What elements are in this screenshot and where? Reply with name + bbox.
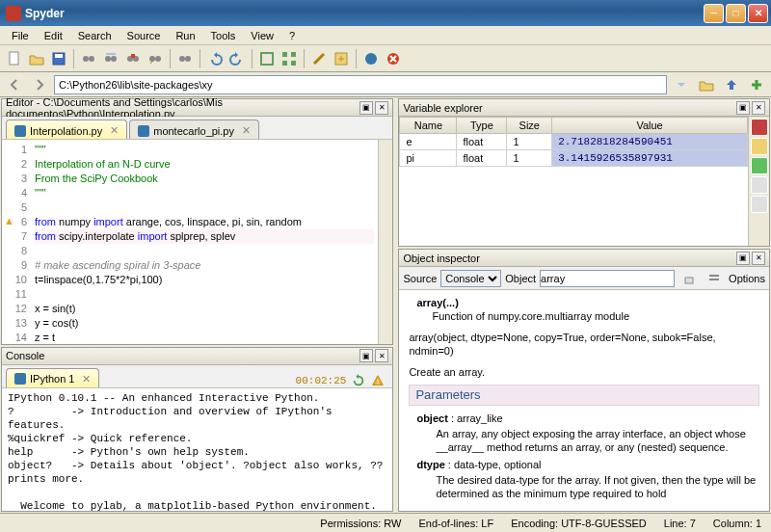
- undock-icon[interactable]: ▣: [359, 349, 373, 362]
- object-input[interactable]: [540, 270, 675, 287]
- editor-tab[interactable]: Interpolation.py✕: [6, 120, 127, 139]
- exit-icon[interactable]: [383, 48, 404, 69]
- source-select[interactable]: Console: [440, 270, 501, 287]
- path-manager-icon[interactable]: [331, 48, 352, 69]
- browse-icon[interactable]: [696, 74, 717, 95]
- menu-run[interactable]: Run: [168, 28, 202, 43]
- tab-label: Interpolation.py: [30, 125, 102, 137]
- menu-source[interactable]: Source: [120, 28, 169, 43]
- close-tab-icon[interactable]: ✕: [110, 124, 119, 137]
- lock-icon[interactable]: [678, 268, 700, 289]
- close-tab-icon[interactable]: ✕: [82, 373, 91, 386]
- inspector-signature: array(...): [416, 297, 458, 308]
- close-pane-icon[interactable]: ✕: [375, 349, 388, 362]
- close-pane-icon[interactable]: ✕: [752, 101, 765, 115]
- svg-rect-16: [282, 52, 287, 57]
- refresh-vars-icon[interactable]: [751, 119, 768, 136]
- undo-icon[interactable]: [204, 48, 226, 69]
- column-header[interactable]: Type: [457, 118, 507, 134]
- svg-point-12: [155, 56, 161, 62]
- svg-point-3: [83, 56, 89, 62]
- minimize-button[interactable]: ─: [704, 4, 724, 23]
- menu-view[interactable]: View: [243, 28, 281, 43]
- menu-tools[interactable]: Tools: [203, 28, 244, 43]
- redo-icon[interactable]: [226, 48, 248, 69]
- svg-rect-0: [10, 52, 18, 65]
- close-pane-icon[interactable]: ✕: [752, 252, 765, 265]
- main-toolbar: [0, 45, 771, 72]
- debug-icon[interactable]: [174, 48, 196, 69]
- close-pane-icon[interactable]: ✕: [375, 101, 388, 115]
- options-label[interactable]: Options: [729, 273, 765, 284]
- code-editor[interactable]: ▲ 1234567891011121314 """Interpolation o…: [2, 140, 392, 344]
- parameters-header: Parameters: [409, 385, 759, 406]
- console-tab[interactable]: IPython 1 ✕: [6, 368, 99, 387]
- open-file-icon[interactable]: [26, 48, 47, 69]
- source-label: Source: [403, 273, 437, 284]
- undock-icon[interactable]: ▣: [736, 101, 750, 115]
- add-path-icon[interactable]: [746, 74, 767, 95]
- save-file-icon[interactable]: [48, 48, 69, 69]
- warning-icon: ▲: [4, 215, 14, 226]
- save-data-icon[interactable]: [751, 157, 768, 174]
- options-icon[interactable]: [704, 268, 725, 289]
- svg-rect-2: [55, 54, 63, 58]
- menu-file[interactable]: File: [4, 28, 37, 43]
- app-icon: [6, 6, 21, 21]
- run-cell-icon[interactable]: [100, 48, 121, 69]
- svg-rect-24: [685, 278, 693, 283]
- python-icon[interactable]: [360, 48, 382, 69]
- warning-icon[interactable]: !: [371, 374, 385, 387]
- svg-rect-17: [291, 52, 296, 57]
- console-output[interactable]: IPython 0.10.1 -- An enhanced Interactiv…: [2, 388, 392, 511]
- menu-search[interactable]: Search: [70, 28, 120, 43]
- fullscreen-icon[interactable]: [279, 48, 300, 69]
- maximize-button[interactable]: □: [726, 4, 746, 23]
- save-as-icon[interactable]: [751, 176, 768, 194]
- svg-rect-10: [131, 54, 135, 58]
- editor-tab[interactable]: montecarlo_pi.py✕: [129, 120, 259, 139]
- column-header[interactable]: Name: [400, 118, 457, 134]
- undock-icon[interactable]: ▣: [359, 101, 373, 115]
- svg-point-14: [185, 56, 191, 62]
- undock-icon[interactable]: ▣: [736, 252, 750, 265]
- preferences-icon[interactable]: [308, 48, 330, 69]
- svg-rect-18: [282, 61, 287, 66]
- run-interrupt-icon[interactable]: [122, 48, 144, 69]
- run-icon[interactable]: [78, 48, 99, 69]
- up-icon[interactable]: [721, 74, 742, 95]
- python-icon: [138, 125, 149, 137]
- run-selection-icon[interactable]: [145, 48, 166, 69]
- path-dropdown-icon[interactable]: [671, 74, 692, 95]
- tab-label: montecarlo_pi.py: [153, 125, 234, 137]
- svg-point-11: [149, 56, 155, 62]
- import-data-icon[interactable]: [751, 138, 768, 155]
- variable-table[interactable]: NameTypeSizeValueefloat12.71828182845904…: [399, 117, 748, 246]
- inspector-module: Function of numpy.core.multiarray module: [432, 309, 759, 323]
- maximize-pane-icon[interactable]: [256, 48, 278, 69]
- editor-pane: Editor - C:\Documents and Settings\carlo…: [1, 98, 393, 345]
- object-inspector-pane: Object inspector ▣ ✕ Source Console Obje…: [398, 249, 770, 512]
- scrollbar[interactable]: [378, 140, 392, 344]
- console-pane: Console ▣ ✕ IPython 1 ✕ 00:02:25 ! IPyth…: [1, 347, 393, 512]
- editor-title: Editor - C:\Documents and Settings\carlo…: [6, 96, 358, 120]
- python-icon: [14, 373, 26, 385]
- variable-explorer-pane: Variable explorer ▣ ✕ NameTypeSizeValuee…: [398, 98, 770, 247]
- back-icon[interactable]: [4, 74, 25, 95]
- menu-?[interactable]: ?: [281, 28, 303, 43]
- close-tab-icon[interactable]: ✕: [242, 124, 251, 137]
- column-header[interactable]: Value: [552, 118, 748, 134]
- column-header[interactable]: Size: [507, 118, 552, 134]
- path-input[interactable]: [54, 75, 667, 94]
- new-file-icon[interactable]: [4, 48, 25, 69]
- refresh-icon[interactable]: [352, 374, 365, 387]
- close-button[interactable]: ✕: [748, 4, 768, 23]
- svg-rect-7: [106, 53, 116, 55]
- menu-edit[interactable]: Edit: [37, 28, 70, 43]
- svg-point-21: [365, 53, 377, 65]
- options-icon[interactable]: [751, 196, 768, 213]
- table-row[interactable]: pifloat13.1415926535897931: [400, 150, 748, 167]
- forward-icon[interactable]: [29, 74, 50, 95]
- table-row[interactable]: efloat12.7182818284590451: [400, 134, 748, 150]
- svg-point-4: [89, 56, 94, 62]
